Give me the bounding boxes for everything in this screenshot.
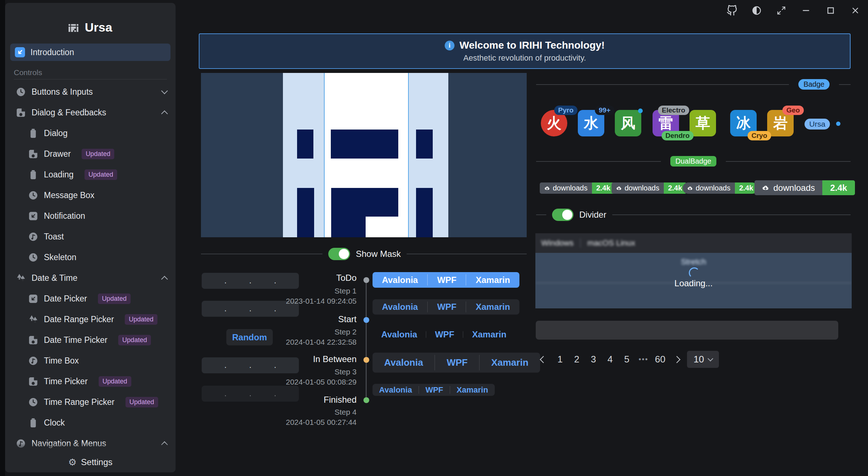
element-character: 草 [696,113,710,133]
sidebar-item-dialog-feedbacks[interactable]: Dialog & Feedbacks [5,102,176,123]
random-button[interactable]: Random [226,329,273,345]
pagination-ellipsis[interactable]: ••• [637,352,650,368]
sidebar-item-time-range-picker[interactable]: Time Range PickerUpdated [5,392,176,413]
ipv4-input-2[interactable]: ... [202,301,299,317]
sidebar-item-message-box[interactable]: Message Box [5,185,176,206]
close-icon [851,6,860,15]
ipv4-input-4[interactable]: ... [202,386,299,402]
group-button-avalonia[interactable]: Avalonia [373,329,426,340]
pagination-page-2[interactable]: 2 [570,352,583,368]
logo-pixel [416,188,433,237]
pagination-page-1[interactable]: 1 [554,352,567,368]
minimize-icon [801,6,811,15]
floppy-icon [16,108,26,118]
minimize-button[interactable] [799,4,813,17]
sidebar-item-clock[interactable]: Clock [5,413,176,433]
group-button-xamarin[interactable]: Xamarin [466,275,519,285]
element-character: 雷 [659,113,673,133]
group-button-wpf[interactable]: WPF [428,275,466,285]
download-badge-1: downloads2.4k [540,182,615,194]
show-mask-row: Show Mask [201,247,527,261]
ip-dot-separator: . [224,304,226,313]
divider-line [407,254,527,254]
sidebar-item-label: Skeleton [44,253,77,262]
trees-icon [16,273,26,283]
tab-windows[interactable]: Windows [541,238,573,248]
timeline-dot [363,357,369,363]
group-button-avalonia[interactable]: Avalonia [373,275,427,285]
stretch-label: Stretch [535,257,852,267]
badge-tag-pyro: Pyro [554,106,577,115]
divider-line [536,84,789,85]
sidebar-item-dialog[interactable]: Dialog [5,123,176,144]
chevron-down-icon [161,87,168,94]
pagination-page-4[interactable]: 4 [604,352,617,368]
pagination-prev-button[interactable] [537,352,550,368]
show-mask-toggle[interactable] [328,248,350,260]
group-button-xamarin[interactable]: Xamarin [480,357,540,368]
sidebar-item-label: Dialog & Feedbacks [32,108,106,118]
group-button-wpf[interactable]: WPF [428,302,466,312]
group-button-wpf[interactable]: WPF [426,329,463,340]
cloud-download-icon [544,185,550,191]
group-button-xamarin[interactable]: Xamarin [450,385,495,395]
loading-tabstrip: Windows macOS Linux [535,233,852,253]
group-button-wpf[interactable]: WPF [435,357,479,368]
ipv4-input-1[interactable]: ... [202,273,299,289]
mask-guide-line-right [408,73,409,237]
sidebar: Ursa IntroductionControlsButtons & Input… [5,3,176,472]
download-badges-row: downloads2.4k downloads2.4k downloads2.4… [536,180,855,197]
ip-dot-separator: . [224,389,226,398]
sidebar-item-date-time[interactable]: Date & Time [5,268,176,288]
sidebar-item-drawer[interactable]: DrawerUpdated [5,144,176,164]
sidebar-item-skeleton[interactable]: Skeleton [5,247,176,268]
clock-icon [28,397,38,407]
info-icon: i [445,41,454,50]
timeline-step-title: In Between [313,354,357,364]
download-badge-label: downloads [683,182,735,194]
empty-input-panel[interactable] [536,321,838,340]
sidebar-item-toast[interactable]: Toast [5,226,176,247]
group-button-xamarin[interactable]: Xamarin [466,302,519,312]
divider-toggle[interactable] [552,209,573,221]
settings-button[interactable]: ⚙ Settings [5,452,176,472]
chevron-down-icon [708,356,713,362]
sidebar-item-loading[interactable]: LoadingUpdated [5,164,176,185]
sidebar-item-date-time-picker[interactable]: Date Time PickerUpdated [5,330,176,350]
timeline-step-title: Finished [324,395,357,405]
divider-demo-row: Divider [536,209,851,221]
sidebar-item-introduction[interactable]: Introduction [10,44,170,61]
element-character: 火 [547,113,561,133]
sidebar-item-time-picker[interactable]: Time PickerUpdated [5,371,176,392]
pagination-page-5[interactable]: 5 [620,352,633,368]
sidebar-item-buttons-inputs[interactable]: Buttons & Inputs [5,82,176,102]
github-button[interactable] [725,4,739,17]
pagination-next-button[interactable] [670,352,683,368]
group-button-xamarin[interactable]: Xamarin [463,329,515,340]
downloads-text: downloads [553,184,588,192]
maximize-button[interactable] [824,4,838,17]
group-button-avalonia[interactable]: Avalonia [373,357,435,368]
theme-toggle-button[interactable] [750,4,764,17]
group-button-avalonia[interactable]: Avalonia [373,302,427,312]
sidebar-item-date-range-picker[interactable]: Date Range PickerUpdated [5,309,176,330]
trees-icon [28,315,38,324]
show-mask-label: Show Mask [356,249,401,259]
cloud-download-icon [687,185,693,191]
button-group-5: AvaloniaWPFXamarin [373,384,495,396]
group-button-avalonia[interactable]: Avalonia [373,385,419,395]
sidebar-item-date-picker[interactable]: Date PickerUpdated [5,288,176,309]
tab-macos-linux[interactable]: macOS Linux [587,238,635,248]
note-icon [28,232,38,242]
divider-line [839,84,851,85]
page-size-dropdown[interactable]: 10 [687,351,719,368]
pagination-page-60[interactable]: 60 [654,352,667,368]
sidebar-item-label: Date Picker [44,294,87,304]
sidebar-item-time-box[interactable]: Time Box [5,350,176,371]
close-button[interactable] [848,4,862,17]
ipv4-input-3[interactable]: ... [202,357,299,373]
group-button-wpf[interactable]: WPF [419,385,450,395]
sidebar-item-notification[interactable]: Notification [5,206,176,226]
pagination-page-3[interactable]: 3 [587,352,600,368]
fullscreen-button[interactable] [774,4,788,17]
